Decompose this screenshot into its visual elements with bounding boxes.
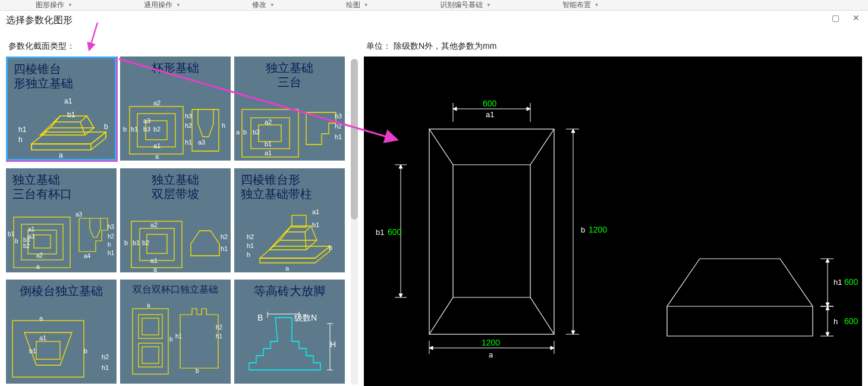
svg-text:b: b: [243, 128, 247, 136]
svg-text:b1: b1: [29, 347, 36, 354]
svg-text:h2: h2: [335, 123, 342, 130]
svg-marker-74: [260, 246, 330, 258]
svg-text:b: b: [104, 123, 108, 131]
svg-rect-48: [34, 235, 51, 248]
svg-text:h3: h3: [335, 112, 342, 120]
thumb-title: 四棱锥台形 独立基础带柱: [235, 169, 344, 203]
toolbar-item-3[interactable]: 绘图: [310, 0, 404, 10]
svg-text:B: B: [257, 313, 263, 322]
svg-text:h2: h2: [185, 122, 192, 129]
svg-text:h1: h1: [335, 133, 342, 140]
maximize-button[interactable]: ▢: [828, 12, 843, 24]
svg-text:h1: h1: [108, 250, 115, 256]
svg-rect-65: [147, 234, 167, 253]
svg-text:a3: a3: [198, 139, 205, 146]
thumb-title: 杯形基础: [121, 57, 230, 77]
dim-a-label: a: [489, 350, 493, 359]
svg-text:a3: a3: [76, 211, 83, 218]
svg-rect-90: [12, 321, 84, 377]
svg-text:a: a: [236, 128, 240, 136]
svg-line-121: [429, 129, 453, 165]
thumb-sketch-icon: a1 b1 b a h1 h: [8, 87, 117, 159]
svg-text:b1: b1: [8, 231, 15, 237]
shape-cup-foundation[interactable]: 杯形基础 b b1 a3 b3 a2: [120, 57, 231, 161]
svg-text:a1: a1: [150, 257, 158, 264]
shape-double-cup[interactable]: 双台双杯口独立基础 a b h1: [120, 280, 231, 384]
svg-text:a1: a1: [64, 97, 73, 105]
svg-text:a4: a4: [84, 253, 91, 259]
svg-text:b1: b1: [265, 140, 272, 148]
svg-text:h1: h1: [221, 245, 228, 252]
section-type-label: 参数化截面类型：: [8, 41, 358, 53]
thumb-title: 倒棱台独立基础: [7, 280, 116, 300]
unit-label: 单位： 除级数N外，其他参数为mm: [366, 41, 862, 53]
thumb-title: 双台双杯口独立基础: [121, 280, 230, 297]
shape-three-step-cup[interactable]: 独立基础 三台有杯口 b1 b a1: [6, 168, 117, 272]
svg-rect-103: [142, 347, 159, 363]
shape-frustum-with-column[interactable]: 四棱锥台形 独立基础带柱 a1 b: [234, 168, 345, 272]
svg-text:a2: a2: [150, 221, 158, 228]
svg-rect-82: [292, 215, 306, 227]
thumb-sketch-icon: b b1 a3 b3 a2 b2 h3 h2 h h1 a3 a1: [121, 83, 231, 160]
svg-text:b: b: [123, 125, 127, 133]
svg-marker-120: [453, 165, 530, 297]
svg-text:h: h: [222, 122, 225, 129]
svg-line-3: [40, 122, 54, 135]
shape-pyramid-frustum[interactable]: 四棱锥台 形独立基础 a1: [6, 57, 117, 161]
svg-text:a3: a3: [143, 117, 150, 124]
svg-text:h2: h2: [247, 233, 254, 240]
shape-inverted-frustum[interactable]: 倒棱台独立基础 a a1 b1 b h2: [6, 280, 117, 384]
svg-text:h1: h1: [185, 139, 192, 146]
close-button[interactable]: ✕: [849, 12, 863, 24]
scrollbar-thumb[interactable]: [351, 59, 358, 219]
svg-line-4: [80, 122, 85, 135]
toolbar-item-2[interactable]: 修改: [216, 0, 310, 10]
svg-text:a2: a2: [153, 99, 161, 106]
grid-scrollbar[interactable]: [351, 59, 358, 385]
svg-line-123: [429, 297, 453, 334]
svg-text:h3: h3: [108, 224, 115, 230]
dim-a1-label: a1: [486, 110, 494, 119]
dim-b1-label: b1: [376, 228, 384, 237]
svg-text:h1: h1: [102, 364, 109, 371]
app-toolbar: 图形操作 通用操作 修改 绘图 识别编号基础 智能布置: [0, 0, 868, 11]
shape-independent-three-step[interactable]: 独立基础 三台 a b b2 a2 b1: [234, 57, 345, 161]
svg-marker-1: [40, 128, 94, 135]
svg-text:a1: a1: [39, 334, 46, 341]
svg-text:h: h: [247, 251, 250, 258]
thumb-sketch-icon: a a1 b1 b h2 h1: [7, 300, 117, 383]
toolbar-item-5[interactable]: 智能布置: [527, 0, 635, 10]
svg-rect-92: [36, 341, 60, 359]
toolbar-item-0[interactable]: 图形操作: [0, 0, 108, 10]
svg-text:a: a: [155, 153, 159, 160]
svg-text:h2: h2: [102, 353, 109, 360]
svg-rect-35: [259, 125, 281, 142]
thumb-title: 独立基础 三台有杯口: [7, 169, 116, 203]
svg-line-122: [530, 129, 554, 165]
svg-text:b: b: [84, 347, 87, 354]
svg-rect-119: [429, 129, 554, 334]
dim-b-value: 1200: [589, 225, 607, 234]
svg-text:b: b: [124, 239, 128, 246]
dim-b1-value: 600: [388, 227, 402, 237]
thumb-sketch-icon: a b h1 h2 h1 b: [121, 297, 231, 383]
dim-h1-label: h1: [834, 278, 842, 287]
svg-line-124: [530, 297, 554, 334]
thumb-title: 独立基础 双层带坡: [121, 169, 230, 203]
svg-text:b1: b1: [131, 125, 138, 133]
preview-drawing: 600 a1 1200 a b1: [364, 57, 862, 386]
svg-text:b: b: [196, 368, 199, 374]
shape-brick-footing[interactable]: 等高砖大放脚 B 级数N H: [234, 280, 345, 384]
svg-text:h3: h3: [185, 112, 192, 120]
svg-text:a: a: [147, 302, 150, 309]
svg-text:b1: b1: [67, 111, 76, 119]
svg-line-78: [269, 232, 285, 250]
toolbar-item-1[interactable]: 通用操作: [108, 0, 216, 10]
thumb-sketch-icon: a b b2 a2 b1 a1 h3 h2 h1: [235, 92, 345, 160]
dim-h-value: 600: [844, 316, 858, 326]
toolbar-item-4[interactable]: 识别编号基础: [404, 0, 527, 10]
svg-text:b: b: [169, 336, 173, 343]
dim-b-label: b: [581, 225, 585, 234]
dim-h1-value: 600: [844, 277, 858, 287]
shape-two-layer-slope[interactable]: 独立基础 双层带坡 b b1 a2 b2: [120, 168, 231, 272]
